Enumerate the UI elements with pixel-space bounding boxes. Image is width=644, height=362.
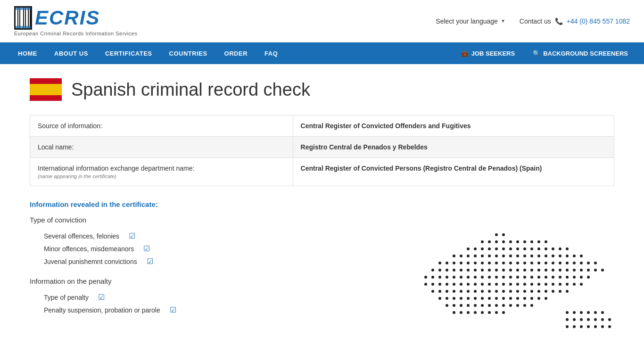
svg-point-106: [424, 276, 427, 279]
svg-point-135: [460, 283, 462, 286]
svg-point-65: [488, 262, 491, 264]
svg-point-26: [481, 247, 484, 250]
svg-point-21: [530, 240, 533, 243]
svg-point-133: [446, 283, 448, 286]
svg-point-194: [481, 304, 484, 307]
svg-point-79: [587, 262, 590, 264]
svg-point-206: [481, 311, 484, 314]
svg-point-13: [502, 233, 505, 236]
svg-point-48: [516, 255, 519, 257]
nav-home[interactable]: HOME: [9, 42, 46, 64]
svg-point-49: [523, 255, 526, 257]
svg-point-29: [502, 247, 505, 250]
svg-point-185: [523, 297, 526, 300]
svg-point-187: [537, 297, 540, 300]
svg-point-136: [467, 283, 470, 286]
svg-point-218: [580, 318, 583, 321]
svg-point-52: [545, 255, 547, 257]
table-row: Source of information: Central Register …: [30, 115, 614, 137]
svg-point-200: [523, 304, 526, 307]
svg-point-221: [601, 318, 604, 321]
svg-point-176: [460, 297, 462, 300]
svg-point-73: [545, 262, 547, 264]
svg-point-152: [580, 283, 583, 286]
logo-area: ECRIS European Criminal Records Informat…: [14, 6, 137, 36]
svg-point-44: [488, 255, 491, 257]
nav-background-screeners[interactable]: 🔍 BACKGROUND SCREENERS: [526, 42, 635, 64]
svg-point-74: [552, 262, 554, 264]
svg-point-34: [537, 247, 540, 250]
svg-point-198: [509, 304, 512, 307]
svg-point-181: [495, 297, 498, 300]
svg-point-89: [488, 269, 491, 272]
svg-point-92: [509, 269, 512, 272]
svg-point-71: [530, 262, 533, 264]
site-header: ECRIS European Criminal Records Informat…: [0, 0, 644, 42]
svg-point-154: [438, 290, 441, 293]
info-label: International information exchange depar…: [30, 158, 293, 186]
svg-point-54: [559, 255, 561, 257]
certificate-section: Information revealed in the certificate:…: [30, 200, 614, 326]
search-icon: 🔍: [533, 50, 540, 57]
svg-point-189: [446, 304, 448, 307]
svg-point-25: [474, 247, 477, 250]
info-value: Registro Central de Penados y Rebeldes: [293, 137, 614, 158]
list-item: Penalty suspension, probation or parole …: [30, 304, 364, 316]
dot-pattern-area: [379, 216, 614, 326]
checkbox-checked-icon: ☑: [143, 244, 153, 253]
svg-point-58: [438, 262, 441, 264]
table-row: Local name: Registro Central de Penados …: [30, 137, 614, 158]
logo-icon: [14, 6, 32, 30]
svg-rect-4: [24, 8, 25, 28]
contact-link[interactable]: Contact us: [520, 17, 551, 25]
svg-point-116: [495, 276, 498, 279]
svg-point-209: [502, 311, 505, 314]
phone-icon: 📞: [555, 17, 563, 25]
penalty-list: Type of penalty ☑ Penalty suspension, pr…: [30, 291, 364, 316]
chevron-down-icon: ▼: [501, 18, 505, 24]
svg-point-196: [495, 304, 498, 307]
svg-point-113: [474, 276, 477, 279]
nav-about[interactable]: ABOUT US: [46, 42, 97, 64]
svg-point-110: [453, 276, 455, 279]
list-item: Juvenal punishemnt convictions ☑: [30, 255, 364, 268]
svg-point-223: [566, 325, 569, 328]
info-value: Central Register of Convicted Offenders …: [293, 115, 614, 137]
svg-point-39: [453, 255, 455, 257]
svg-point-164: [509, 290, 512, 293]
dot-pattern-svg: [402, 230, 619, 334]
nav-countries[interactable]: COUNTRIES: [161, 42, 216, 64]
svg-point-212: [580, 311, 583, 314]
svg-point-61: [460, 262, 462, 264]
svg-point-224: [573, 325, 576, 328]
svg-point-217: [573, 318, 576, 321]
header-right: Select your language ▼ Contact us 📞 +44 …: [436, 17, 630, 25]
list-item-label: Penalty suspension, probation or parole: [44, 306, 160, 314]
svg-rect-3: [20, 8, 23, 28]
svg-point-227: [594, 325, 597, 328]
svg-point-193: [474, 304, 477, 307]
svg-point-163: [502, 290, 505, 293]
svg-point-171: [559, 290, 561, 293]
svg-point-78: [580, 262, 583, 264]
nav-faq[interactable]: FAQ: [256, 42, 286, 64]
nav-certificates[interactable]: CERTIFICATES: [97, 42, 161, 64]
svg-point-142: [509, 283, 512, 286]
svg-point-216: [566, 318, 569, 321]
nav-job-seekers[interactable]: 💼 JOB SEEKERS: [454, 42, 521, 64]
svg-point-111: [460, 276, 462, 279]
phone-link[interactable]: +44 (0) 845 557 1082: [567, 17, 630, 25]
list-item-label: Type of penalty: [44, 294, 89, 301]
svg-point-22: [537, 240, 540, 243]
nav-order[interactable]: ORDER: [216, 42, 256, 64]
svg-point-146: [537, 283, 540, 286]
svg-point-228: [601, 325, 604, 328]
svg-rect-11: [30, 95, 62, 101]
svg-point-30: [509, 247, 512, 250]
svg-point-45: [495, 255, 498, 257]
language-selector[interactable]: Select your language ▼: [436, 17, 505, 25]
svg-point-122: [537, 276, 540, 279]
svg-point-166: [523, 290, 526, 293]
svg-point-103: [587, 269, 590, 272]
svg-point-143: [516, 283, 519, 286]
